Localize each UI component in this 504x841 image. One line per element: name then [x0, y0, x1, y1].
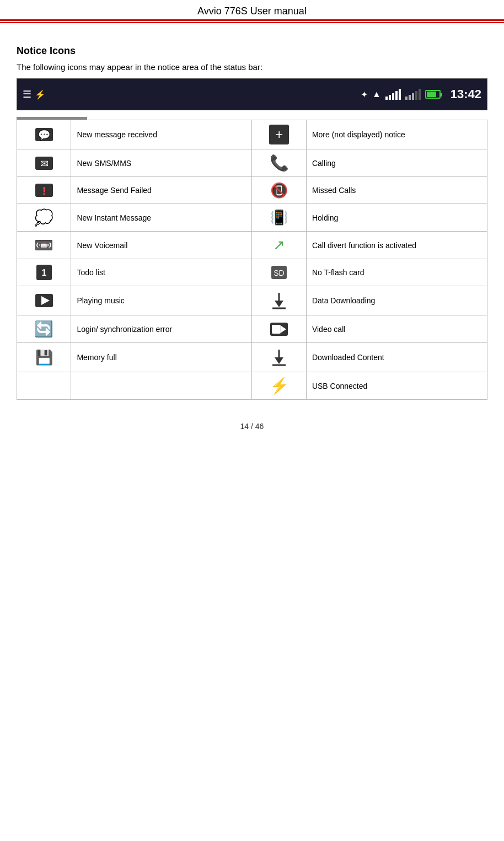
row6-left-label: Todo list: [77, 268, 105, 277]
more-notice-icon: +: [269, 125, 289, 144]
row1-left-label: New message received: [77, 130, 157, 139]
memory-full-icon: 💾: [35, 349, 53, 366]
label-cell: Video call: [306, 315, 487, 343]
label-cell: Downloaded Content: [306, 343, 487, 372]
icon-cell: 📼: [17, 232, 71, 259]
icon-cell: [17, 286, 71, 315]
icon-cell: 🔄: [17, 315, 71, 343]
usb-status-icon: ⚡: [35, 89, 46, 100]
call-divert-icon: ↗: [273, 237, 285, 253]
row7-right-label: Data Downloading: [312, 296, 375, 305]
no-tflash-icon: SD: [269, 264, 289, 281]
downloaded-content-icon: [269, 347, 289, 367]
label-cell: Holding: [306, 204, 487, 232]
data-downloading-icon: [269, 291, 289, 310]
bluetooth-status-icon: ✦: [361, 89, 368, 100]
label-cell: No T-flash card: [306, 259, 487, 286]
bar2-2: [409, 95, 411, 100]
row3-right-label: Missed Calls: [312, 186, 356, 195]
row9-right-label: Downloaded Content: [312, 353, 384, 362]
icon-cell: 📞: [252, 149, 306, 177]
svg-text:💬: 💬: [38, 129, 51, 141]
main-content: Notice Icons The following icons may app…: [0, 34, 504, 442]
table-row: 1 Todo list SD No T-flash card: [17, 259, 487, 286]
bar2-5: [419, 89, 421, 100]
icons-table: 💬 New message received + More (not displ…: [17, 120, 487, 400]
label-cell: USB Connected: [306, 372, 487, 400]
row5-right-label: Call divert function is activated: [312, 241, 416, 250]
label-cell: Calling: [306, 149, 487, 177]
label-cell: Call divert function is activated: [306, 232, 487, 259]
header-divider: [0, 22, 504, 23]
signal-bars: [385, 89, 401, 100]
table-row: 💾 Memory full Downloaded Content: [17, 343, 487, 372]
table-row: 💭 New Instant Message 📳 Holding: [17, 204, 487, 232]
page-header: Avvio 776S User manual: [0, 0, 504, 21]
todo-icon: 1: [34, 264, 54, 281]
label-cell: Missed Calls: [306, 177, 487, 204]
icon-cell: [252, 315, 306, 343]
icon-cell: [252, 286, 306, 315]
bar5: [399, 89, 401, 100]
svg-text:SD: SD: [274, 269, 284, 277]
page-number: 14 / 46: [240, 422, 264, 431]
icon-cell: SD: [252, 259, 306, 286]
table-row: 📼 New Voicemail ↗ Call divert function i…: [17, 232, 487, 259]
table-row: Playing music Data Downloading: [17, 286, 487, 315]
row2-left-label: New SMS/MMS: [77, 159, 131, 168]
table-row: 💬 New message received + More (not displ…: [17, 120, 487, 149]
row8-left-label: Login/ synchronization error: [77, 325, 172, 334]
row6-right-label: No T-flash card: [312, 268, 364, 277]
menu-icon: ☰: [23, 88, 31, 100]
status-time: 13:42: [451, 87, 481, 101]
label-cell: New message received: [71, 120, 252, 149]
row10-right-label: USB Connected: [312, 382, 367, 390]
table-row: ! Message Send Failed 📵 Missed Calls: [17, 177, 487, 204]
table-row: ✉ New SMS/MMS 📞 Calling: [17, 149, 487, 177]
page-footer: 14 / 46: [17, 422, 487, 431]
status-bar-left: ☰ ⚡: [23, 88, 46, 100]
new-sms-icon: ✉: [34, 154, 54, 172]
bar3: [392, 93, 394, 100]
instant-message-icon: 💭: [34, 209, 53, 226]
label-cell: New Voicemail: [71, 232, 252, 259]
header-title: Avvio 776S User manual: [197, 6, 307, 17]
status-bar-right: ✦ ▲ 13:42: [361, 87, 481, 101]
svg-text:!: !: [42, 185, 46, 197]
icon-cell: 1: [17, 259, 71, 286]
row4-left-label: New Instant Message: [77, 213, 151, 222]
status-bar-screenshot: ☰ ⚡ ✦ ▲: [17, 78, 487, 110]
battery-icon: [425, 90, 441, 99]
bar2-3: [412, 93, 414, 100]
label-cell: More (not displayed) notice: [306, 120, 487, 149]
table-row: ⚡ USB Connected: [17, 372, 487, 400]
holding-icon: 📳: [270, 209, 288, 226]
signal-bars-2: [405, 89, 421, 100]
usb-connected-icon: ⚡: [270, 377, 289, 394]
video-call-icon: [269, 320, 289, 338]
label-cell: Todo list: [71, 259, 252, 286]
icon-cell: 💭: [17, 204, 71, 232]
svg-text:✉: ✉: [40, 158, 48, 169]
battery-fill: [427, 92, 436, 97]
row1-right-label: More (not displayed) notice: [312, 130, 405, 139]
row4-right-label: Holding: [312, 213, 338, 222]
label-cell: Data Downloading: [306, 286, 487, 315]
row8-right-label: Video call: [312, 325, 345, 334]
icon-cell: 💬: [17, 120, 71, 149]
icon-cell: ↗: [252, 232, 306, 259]
icon-cell: 📵: [252, 177, 306, 204]
icon-cell: 📳: [252, 204, 306, 232]
table-row: 🔄 Login/ synchronization error Video cal…: [17, 315, 487, 343]
row7-left-label: Playing music: [77, 296, 124, 305]
row9-left-label: Memory full: [77, 353, 116, 362]
svg-rect-16: [272, 325, 281, 334]
row5-left-label: New Voicemail: [77, 241, 127, 250]
label-cell: New SMS/MMS: [71, 149, 252, 177]
svg-marker-13: [275, 301, 283, 307]
intro-text: The following icons may appear in the no…: [17, 62, 487, 72]
bar2-1: [405, 97, 408, 100]
bar2-4: [415, 91, 417, 100]
icon-cell: [17, 372, 71, 400]
label-cell: New Instant Message: [71, 204, 252, 232]
